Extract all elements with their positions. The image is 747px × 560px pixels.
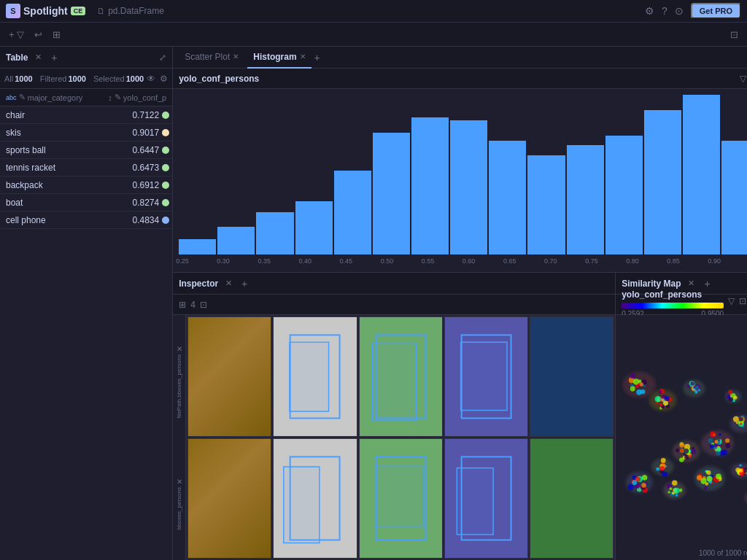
histogram-tab[interactable]: Histogram ✕ [247,47,311,69]
table-row[interactable]: tennis racket 0.6473 [0,159,172,176]
similarity-dot[interactable] [701,478,707,484]
add-tab-button[interactable]: + [314,52,320,63]
row2-close[interactable]: ✕ [177,478,182,486]
similarity-dot[interactable] [719,433,721,436]
similarity-dot[interactable] [628,484,634,490]
table-row[interactable]: cell phone 0.4834 [0,211,172,229]
similarity-add-button[interactable]: + [702,278,713,289]
hist-bar[interactable] [411,117,449,254]
similarity-dot[interactable] [684,448,689,454]
similarity-close-button[interactable]: ✕ [686,278,697,289]
similarity-dot[interactable] [676,494,678,497]
inspector-grid-icon[interactable]: ⊡ [200,300,207,310]
similarity-dot[interactable] [697,475,702,480]
settings-icon[interactable]: ⚙ [645,5,654,17]
similarity-dot[interactable] [710,432,716,438]
github-icon[interactable]: ⊙ [675,5,684,17]
similarity-dot[interactable] [668,491,671,494]
similarity-dot[interactable] [638,379,642,383]
hist-bar[interactable] [450,120,487,254]
similarity-dot[interactable] [659,403,662,406]
hist-bar[interactable] [644,110,681,254]
similarity-dot[interactable] [662,398,665,401]
similarity-dot[interactable] [680,449,684,453]
similarity-dot[interactable] [684,455,689,460]
similarity-dot[interactable] [691,381,695,386]
hist-bar[interactable] [567,145,604,254]
similarity-dot[interactable] [733,416,739,422]
inspector-cell[interactable] [187,438,271,559]
similarity-dot[interactable] [630,386,635,391]
similarity-dot[interactable] [715,440,719,444]
similarity-dot[interactable] [729,397,733,402]
similarity-dot[interactable] [641,483,646,488]
table-expand-button[interactable]: ⤢ [159,52,166,63]
col-sort-icon[interactable]: ↕ [108,93,112,102]
similarity-dot[interactable] [734,396,738,400]
similarity-dot[interactable] [740,464,742,467]
inspector-cell[interactable] [359,438,443,559]
similarity-dot[interactable] [630,373,635,378]
inspector-cell[interactable] [359,316,443,437]
hist-bar[interactable] [373,133,410,254]
scatter-close-button[interactable]: ✕ [233,52,239,61]
similarity-dot[interactable] [687,384,690,387]
similarity-dot[interactable] [694,390,698,394]
similarity-dot[interactable] [670,487,673,490]
table-row[interactable]: sports ball 0.6447 [0,141,172,159]
similarity-dot[interactable] [707,476,713,482]
inspector-cell[interactable] [444,316,528,437]
hist-bar[interactable] [179,239,216,254]
hist-bar[interactable] [605,136,643,254]
similarity-dot[interactable] [689,455,692,458]
table-row[interactable]: skis 0.9017 [0,124,172,141]
similarity-dot[interactable] [698,389,700,391]
histogram-close-button[interactable]: ✕ [300,52,306,61]
inspector-add-button[interactable]: + [239,278,250,289]
similarity-dot[interactable] [665,396,670,401]
hist-bar[interactable] [295,201,333,254]
hist-filter-icon[interactable]: ▽ [740,74,746,84]
eye-icon[interactable]: 👁 [147,74,155,84]
row1-close[interactable]: ✕ [177,345,182,353]
similarity-dot[interactable] [710,444,714,448]
layout-button[interactable]: ⊡ [727,28,741,42]
get-pro-button[interactable]: Get PRO [691,3,741,19]
grid-button[interactable]: ⊞ [50,28,63,42]
similarity-dot[interactable] [704,486,708,490]
similarity-dot[interactable] [718,439,720,441]
similarity-dot[interactable] [706,470,708,472]
table-row[interactable]: chair 0.7122 [0,106,172,124]
similarity-dot[interactable] [717,447,721,451]
similarity-dot[interactable] [661,458,666,463]
similarity-dot[interactable] [656,467,659,471]
scatter-plot-tab[interactable]: Scatter Plot ✕ [179,47,244,69]
inspector-cell[interactable] [530,316,614,437]
similarity-dot[interactable] [716,473,721,479]
table-row[interactable]: boat 0.8274 [0,194,172,211]
similarity-dot[interactable] [679,457,684,462]
similarity-dot[interactable] [729,390,733,394]
similarity-dot[interactable] [676,448,679,452]
similarity-dot[interactable] [739,417,743,421]
similarity-dot[interactable] [672,480,677,485]
similarity-dot[interactable] [708,438,713,443]
sim-fit-icon[interactable]: ⊡ [739,296,746,306]
similarity-dot[interactable] [662,472,667,477]
hist-bar[interactable] [489,141,526,254]
similarity-dot[interactable] [659,390,662,394]
hist-bar[interactable] [683,95,720,254]
col-edit-icon[interactable]: ✎ [19,93,26,102]
hist-bar[interactable] [334,171,371,254]
inspector-cell[interactable] [530,438,614,559]
table-add-button[interactable]: + [48,52,60,63]
inspector-close-button[interactable]: ✕ [222,278,234,289]
similarity-dot[interactable] [739,468,743,472]
add-filter-button[interactable]: + ▽ [6,28,27,42]
table-row[interactable]: backpack 0.6912 [0,176,172,194]
inspector-cell[interactable] [273,316,357,437]
similarity-dot[interactable] [636,389,642,395]
similarity-dot[interactable] [693,386,696,389]
similarity-dot[interactable] [655,396,662,402]
info-icon[interactable]: ? [662,5,667,17]
